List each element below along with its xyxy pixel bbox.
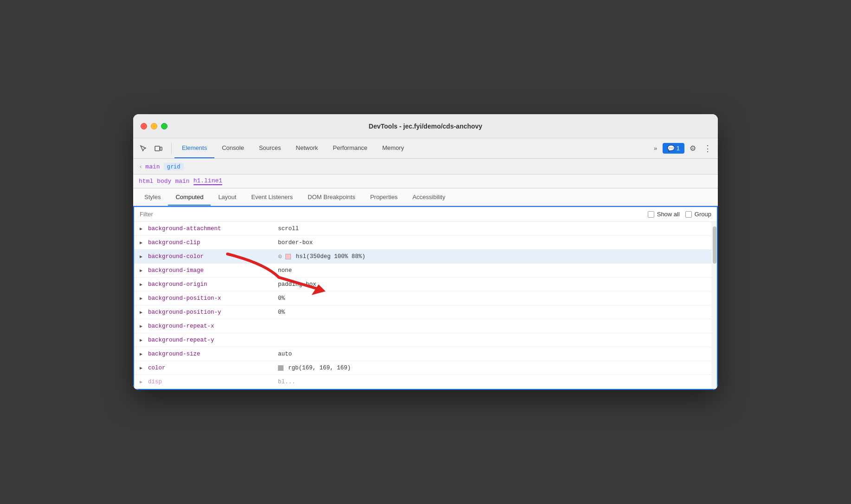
prop-background-clip: ▶ background-clip border-box xyxy=(134,236,717,250)
prop-name: background-position-y xyxy=(148,309,278,316)
expand-triangle[interactable]: ▶ xyxy=(140,254,145,259)
prop-name: background-repeat-x xyxy=(148,323,278,330)
inspect-icon[interactable] xyxy=(137,142,150,155)
tab-memory[interactable]: Memory xyxy=(375,138,412,158)
tab-console[interactable]: Console xyxy=(214,138,251,158)
group-checkbox[interactable] xyxy=(685,211,692,218)
color-swatch[interactable] xyxy=(285,254,291,259)
prop-name: background-clip xyxy=(148,239,278,246)
prop-name: background-color xyxy=(148,253,278,260)
prop-background-repeat-x: ▶ background-repeat-x xyxy=(134,319,717,333)
filter-input[interactable] xyxy=(140,211,640,218)
group-label[interactable]: Group xyxy=(685,211,711,218)
prop-name: background-image xyxy=(148,267,278,274)
prop-name: background-attachment xyxy=(148,226,278,232)
path-html[interactable]: html xyxy=(139,178,153,185)
prop-value: border-box xyxy=(278,239,313,246)
prop-value: rgb(169, 169, 169) xyxy=(278,365,351,371)
device-toolbar-icon[interactable] xyxy=(152,142,165,155)
show-all-label[interactable]: Show all xyxy=(648,211,680,218)
expand-triangle[interactable]: ▶ xyxy=(140,337,145,343)
path-body[interactable]: body xyxy=(157,178,171,185)
scrollbar-thumb[interactable] xyxy=(713,226,716,264)
tabs-nav: Elements Console Sources Network Perform… xyxy=(174,138,650,158)
expand-triangle[interactable]: ▶ xyxy=(140,282,145,287)
more-tabs-button[interactable]: » xyxy=(650,143,661,154)
prop-background-position-x: ▶ background-position-x 0% xyxy=(134,291,717,305)
tab-sources[interactable]: Sources xyxy=(251,138,289,158)
toolbar-icons xyxy=(137,142,165,155)
prop-background-image: ▶ background-image none xyxy=(134,264,717,278)
breadcrumb-main[interactable]: main xyxy=(145,163,160,170)
prop-value: scroll xyxy=(278,226,299,232)
sub-tabs: Styles Computed Layout Event Listeners D… xyxy=(133,188,718,206)
prop-background-color: ▶ background-color ⊙ hsl(350deg 100% 88%… xyxy=(134,250,717,264)
prop-value: 0% xyxy=(278,309,285,316)
computed-panel: Show all Group ▶ background-attachment s… xyxy=(133,206,718,390)
title-bar: DevTools - jec.fyi/demo/cds-anchovy xyxy=(133,114,718,138)
prop-name: background-repeat-y xyxy=(148,337,278,343)
breadcrumb-arrow: ‹ xyxy=(140,163,142,170)
svg-rect-1 xyxy=(160,147,162,150)
chat-button[interactable]: 💬 1 xyxy=(663,143,684,154)
tab-elements[interactable]: Elements xyxy=(174,138,214,158)
prop-color: ▶ color rgb(169, 169, 169) xyxy=(134,361,717,375)
expand-triangle[interactable]: ▶ xyxy=(140,310,145,315)
expand-triangle[interactable]: ▶ xyxy=(140,268,145,273)
separator xyxy=(171,143,172,154)
prop-name: background-origin xyxy=(148,281,278,288)
minimize-button[interactable] xyxy=(151,123,157,129)
devtools-toolbar: Elements Console Sources Network Perform… xyxy=(133,138,718,159)
properties-content: ▶ background-attachment scroll ▶ backgro… xyxy=(134,222,717,389)
close-button[interactable] xyxy=(141,123,147,129)
prop-background-repeat-y: ▶ background-repeat-y xyxy=(134,333,717,347)
scrollbar-track xyxy=(711,222,717,389)
tab-event-listeners[interactable]: Event Listeners xyxy=(244,189,300,206)
maximize-button[interactable] xyxy=(161,123,168,129)
expand-triangle[interactable]: ▶ xyxy=(140,323,145,329)
more-options-icon[interactable]: ⋮ xyxy=(701,142,714,155)
filter-row: Show all Group xyxy=(134,207,717,222)
prop-value: 0% xyxy=(278,295,285,302)
svg-rect-0 xyxy=(155,146,160,151)
tab-network[interactable]: Network xyxy=(289,138,326,158)
window-title: DevTools - jec.fyi/demo/cds-anchovy xyxy=(369,123,483,130)
show-all-checkbox[interactable] xyxy=(648,211,654,218)
expand-triangle[interactable]: ▶ xyxy=(140,296,145,301)
prop-name: color xyxy=(148,365,278,371)
prop-value: bl... xyxy=(278,379,296,385)
expand-triangle[interactable]: ▶ xyxy=(140,240,145,246)
tab-computed[interactable]: Computed xyxy=(168,189,211,206)
expand-triangle[interactable]: ▶ xyxy=(140,226,145,232)
settings-icon[interactable]: ⚙ xyxy=(686,142,699,155)
filter-options: Show all Group xyxy=(648,211,711,218)
prop-name: disp xyxy=(148,379,278,385)
breadcrumb-grid-badge: grid xyxy=(164,163,184,170)
element-path: html body main h1.line1 xyxy=(133,174,718,188)
tab-performance[interactable]: Performance xyxy=(325,138,374,158)
prop-display: ▶ disp bl... xyxy=(134,375,717,389)
tab-layout[interactable]: Layout xyxy=(211,189,244,206)
expand-triangle[interactable]: ▶ xyxy=(140,365,145,371)
prop-background-position-y: ▶ background-position-y 0% xyxy=(134,305,717,319)
prop-name: background-position-x xyxy=(148,295,278,302)
prop-value: none xyxy=(278,267,292,274)
prop-background-size: ▶ background-size auto xyxy=(134,347,717,361)
props-list: ▶ background-attachment scroll ▶ backgro… xyxy=(134,222,717,389)
prop-value: padding-box xyxy=(278,281,316,288)
color-swatch[interactable] xyxy=(278,365,284,371)
tab-dom-breakpoints[interactable]: DOM Breakpoints xyxy=(300,189,363,206)
expand-triangle[interactable]: ▶ xyxy=(140,379,145,385)
traffic-lights xyxy=(141,123,168,129)
path-main[interactable]: main xyxy=(175,178,189,185)
expand-triangle[interactable]: ▶ xyxy=(140,351,145,357)
tab-properties[interactable]: Properties xyxy=(363,189,405,206)
prop-name: background-size xyxy=(148,351,278,357)
prop-background-attachment: ▶ background-attachment scroll xyxy=(134,222,717,236)
tab-accessibility[interactable]: Accessibility xyxy=(405,189,453,206)
prop-value: ⊙ hsl(350deg 100% 88%) xyxy=(278,252,365,260)
prop-value: auto xyxy=(278,351,292,357)
tab-styles[interactable]: Styles xyxy=(137,189,168,206)
path-h1[interactable]: h1.line1 xyxy=(193,177,222,185)
breadcrumb-row: ‹ main grid xyxy=(133,159,718,174)
